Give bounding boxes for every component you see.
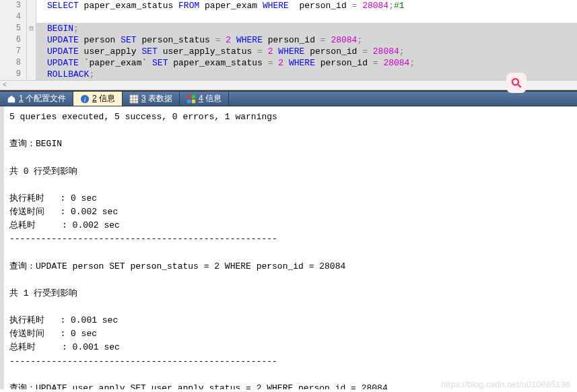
- code-text[interactable]: [36, 11, 577, 23]
- code-line[interactable]: 7UPDATE user_apply SET user_apply_status…: [0, 46, 577, 57]
- code-line[interactable]: 9ROLLBACK;: [0, 69, 577, 80]
- fold-toggle: [27, 46, 36, 57]
- horizontal-scrollbar[interactable]: <: [0, 80, 577, 90]
- tab-label: 2 信息: [92, 93, 115, 104]
- code-line[interactable]: 8UPDATE `paper_exam` SET paper_exam_stat…: [0, 57, 577, 69]
- fold-toggle: [27, 0, 36, 11]
- tab-label: 4 信息: [199, 93, 222, 104]
- line-number: 3: [0, 0, 27, 11]
- fold-toggle: [27, 69, 36, 80]
- svg-text:i: i: [84, 95, 86, 102]
- code-text[interactable]: UPDATE `paper_exam` SET paper_exam_statu…: [36, 57, 577, 69]
- sql-editor[interactable]: 3SELECT paper_exam_status FROM paper_exa…: [0, 0, 577, 90]
- code-line[interactable]: 5⊟BEGIN;: [0, 23, 577, 34]
- code-text[interactable]: UPDATE user_apply SET user_apply_status …: [36, 46, 577, 57]
- color-icon: [186, 94, 196, 104]
- line-number: 4: [0, 11, 27, 23]
- fold-toggle: [27, 34, 36, 46]
- svg-rect-9: [187, 99, 191, 102]
- watermark: https://blog.csdn.net/u010865136: [441, 379, 570, 389]
- bottom-tabs: 1 个配置文件i2 信息3 表数据4 信息: [0, 90, 577, 106]
- code-line[interactable]: 3SELECT paper_exam_status FROM paper_exa…: [0, 0, 577, 11]
- fold-toggle: [27, 11, 36, 23]
- code-text[interactable]: UPDATE person SET person_status = 2 WHER…: [36, 34, 577, 46]
- search-icon[interactable]: [506, 73, 527, 93]
- code-text[interactable]: BEGIN;: [36, 23, 577, 34]
- home-icon: [7, 94, 16, 104]
- fold-toggle[interactable]: ⊟: [27, 23, 36, 34]
- tab-color[interactable]: 4 信息: [180, 92, 229, 106]
- output-panel[interactable]: 5 queries executed, 5 success, 0 errors,…: [0, 106, 577, 389]
- line-number: 6: [0, 34, 27, 46]
- svg-rect-2: [130, 94, 138, 102]
- fold-toggle: [27, 57, 36, 69]
- grid-icon: [129, 94, 139, 104]
- code-line[interactable]: 6UPDATE person SET person_status = 2 WHE…: [0, 34, 577, 46]
- svg-rect-7: [187, 94, 191, 98]
- code-line[interactable]: 4: [0, 11, 577, 23]
- code-text[interactable]: SELECT paper_exam_status FROM paper_exam…: [36, 0, 577, 11]
- tab-info[interactable]: i2 信息: [73, 92, 123, 106]
- tab-grid[interactable]: 3 表数据: [123, 92, 180, 106]
- line-number: 7: [0, 46, 27, 57]
- line-number: 8: [0, 57, 27, 69]
- code-text[interactable]: ROLLBACK;: [36, 69, 577, 80]
- svg-rect-8: [192, 94, 195, 98]
- svg-rect-10: [192, 99, 195, 102]
- line-number: 9: [0, 69, 27, 80]
- tab-label: 3 表数据: [141, 93, 172, 104]
- tab-label: 1 个配置文件: [19, 93, 66, 104]
- line-number: 5: [0, 23, 27, 34]
- info-icon: i: [80, 94, 90, 104]
- svg-line-12: [518, 84, 521, 88]
- svg-point-11: [512, 79, 518, 85]
- tab-home[interactable]: 1 个配置文件: [0, 92, 73, 106]
